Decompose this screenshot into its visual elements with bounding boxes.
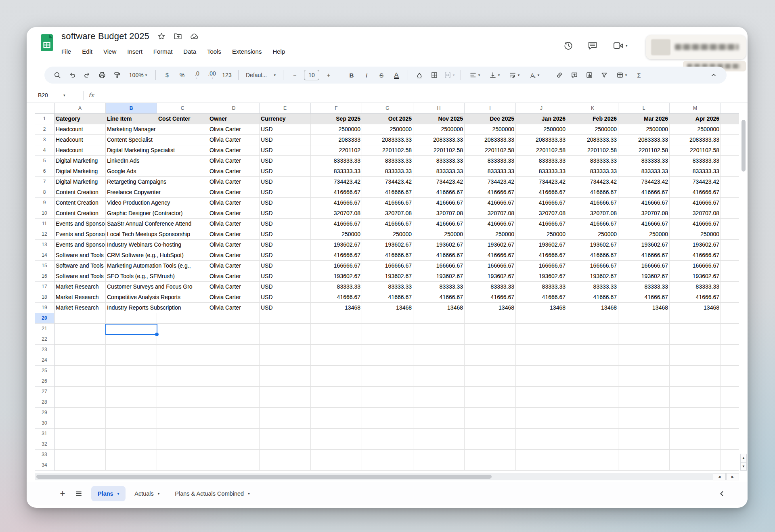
scroll-up-button[interactable]: ▲ bbox=[740, 454, 747, 462]
row-header-6[interactable]: 6 bbox=[35, 166, 54, 177]
cell[interactable] bbox=[721, 313, 739, 324]
cell[interactable] bbox=[465, 313, 516, 324]
cell[interactable]: 193602.67 bbox=[413, 271, 465, 282]
cell[interactable] bbox=[260, 439, 311, 450]
row-header-20[interactable]: 20 bbox=[35, 313, 54, 324]
cell[interactable] bbox=[721, 418, 739, 429]
cell[interactable]: Digital Marketing bbox=[54, 166, 106, 177]
undo-icon[interactable] bbox=[67, 69, 78, 81]
cell[interactable] bbox=[260, 376, 311, 387]
cell[interactable] bbox=[208, 366, 260, 376]
cell[interactable]: SaaStr Annual Conference Attend bbox=[106, 219, 208, 229]
cell[interactable] bbox=[516, 429, 567, 439]
cell[interactable] bbox=[618, 334, 670, 345]
cell[interactable] bbox=[465, 324, 516, 334]
cell[interactable]: 416666.67 bbox=[670, 198, 721, 208]
cell[interactable] bbox=[106, 324, 157, 334]
row-header-12[interactable]: 12 bbox=[35, 229, 54, 240]
cell[interactable] bbox=[106, 408, 157, 418]
cell[interactable]: Olivia Carter bbox=[208, 250, 260, 261]
cell[interactable] bbox=[311, 355, 362, 366]
menu-item-format[interactable]: Format bbox=[153, 48, 173, 55]
cell[interactable]: 193602.67 bbox=[362, 271, 413, 282]
cell[interactable] bbox=[311, 450, 362, 460]
cell[interactable] bbox=[516, 439, 567, 450]
cell[interactable]: 2201102.58 bbox=[618, 145, 670, 156]
cell[interactable]: 166666.67 bbox=[362, 261, 413, 271]
cell[interactable]: Olivia Carter bbox=[208, 135, 260, 145]
cell[interactable] bbox=[516, 387, 567, 397]
cell[interactable] bbox=[413, 355, 465, 366]
cell[interactable]: 193602.67 bbox=[721, 240, 739, 250]
cell[interactable]: 833333.33 bbox=[362, 156, 413, 166]
cell[interactable] bbox=[618, 313, 670, 324]
cell[interactable]: 416666.67 bbox=[670, 187, 721, 198]
cell[interactable] bbox=[465, 376, 516, 387]
cell[interactable] bbox=[721, 460, 739, 471]
cell[interactable] bbox=[670, 439, 721, 450]
cell[interactable]: 416666.67 bbox=[618, 187, 670, 198]
cell[interactable] bbox=[413, 450, 465, 460]
cell[interactable]: 41666.67 bbox=[567, 292, 618, 303]
cell[interactable]: Olivia Carter bbox=[208, 282, 260, 292]
cell[interactable]: 416666.67 bbox=[721, 250, 739, 261]
cell[interactable] bbox=[208, 429, 260, 439]
cell[interactable] bbox=[670, 450, 721, 460]
cell[interactable] bbox=[157, 418, 208, 429]
cell[interactable]: 416666.67 bbox=[516, 198, 567, 208]
cell[interactable] bbox=[670, 408, 721, 418]
cell[interactable]: 193602.67 bbox=[721, 271, 739, 282]
cell[interactable] bbox=[311, 408, 362, 418]
cell[interactable] bbox=[54, 366, 106, 376]
cell[interactable] bbox=[311, 439, 362, 450]
cell[interactable]: 320707.08 bbox=[618, 208, 670, 219]
cell[interactable] bbox=[106, 387, 157, 397]
cell[interactable]: 416666.67 bbox=[721, 187, 739, 198]
row-header-18[interactable]: 18 bbox=[35, 292, 54, 303]
cell[interactable] bbox=[567, 408, 618, 418]
cell[interactable] bbox=[157, 460, 208, 471]
cell[interactable] bbox=[54, 345, 106, 355]
cell[interactable] bbox=[362, 345, 413, 355]
cell[interactable]: 416666.67 bbox=[362, 250, 413, 261]
cell[interactable]: Owner bbox=[208, 114, 260, 124]
scroll-right-button[interactable]: ▶ bbox=[726, 473, 739, 480]
strikethrough-button[interactable]: S bbox=[376, 69, 387, 81]
cell[interactable] bbox=[362, 324, 413, 334]
cell[interactable] bbox=[208, 334, 260, 345]
cell[interactable]: Nov 2025 bbox=[413, 114, 465, 124]
cell[interactable]: Market Research bbox=[54, 303, 106, 313]
text-wrap-icon[interactable]: ▾ bbox=[506, 69, 522, 81]
row-header-4[interactable]: 4 bbox=[35, 145, 54, 156]
menu-item-view[interactable]: View bbox=[103, 48, 116, 55]
cell[interactable] bbox=[413, 366, 465, 376]
cell[interactable] bbox=[106, 418, 157, 429]
cell[interactable]: 250000 bbox=[311, 229, 362, 240]
cell[interactable] bbox=[618, 324, 670, 334]
cell[interactable]: Olivia Carter bbox=[208, 229, 260, 240]
cell[interactable]: 734423.42 bbox=[413, 177, 465, 187]
cell[interactable]: 193602.67 bbox=[516, 271, 567, 282]
cell[interactable]: Currency bbox=[260, 114, 311, 124]
cell[interactable] bbox=[465, 387, 516, 397]
row-header-16[interactable]: 16 bbox=[35, 271, 54, 282]
row-header-34[interactable]: 34 bbox=[35, 460, 54, 471]
cell[interactable]: USD bbox=[260, 187, 311, 198]
cell[interactable]: 416666.67 bbox=[311, 250, 362, 261]
cell[interactable]: 193602.67 bbox=[311, 240, 362, 250]
table-tools-icon[interactable]: ▾ bbox=[614, 69, 630, 81]
cell[interactable]: 734423.42 bbox=[721, 177, 739, 187]
functions-button[interactable]: Σ bbox=[633, 69, 645, 81]
cell[interactable]: 193602.67 bbox=[516, 240, 567, 250]
cell[interactable] bbox=[618, 439, 670, 450]
cell[interactable]: Marketing Manager bbox=[106, 124, 208, 135]
cell[interactable]: 320707.08 bbox=[362, 208, 413, 219]
cell[interactable] bbox=[670, 355, 721, 366]
cell[interactable] bbox=[721, 397, 739, 408]
cell[interactable] bbox=[362, 460, 413, 471]
cell[interactable]: 193602.67 bbox=[413, 240, 465, 250]
cell[interactable]: 734423.42 bbox=[311, 177, 362, 187]
search-icon[interactable] bbox=[52, 69, 63, 81]
cell[interactable]: 833333.33 bbox=[516, 156, 567, 166]
cell[interactable]: Customer Surveys and Focus Gro bbox=[106, 282, 208, 292]
